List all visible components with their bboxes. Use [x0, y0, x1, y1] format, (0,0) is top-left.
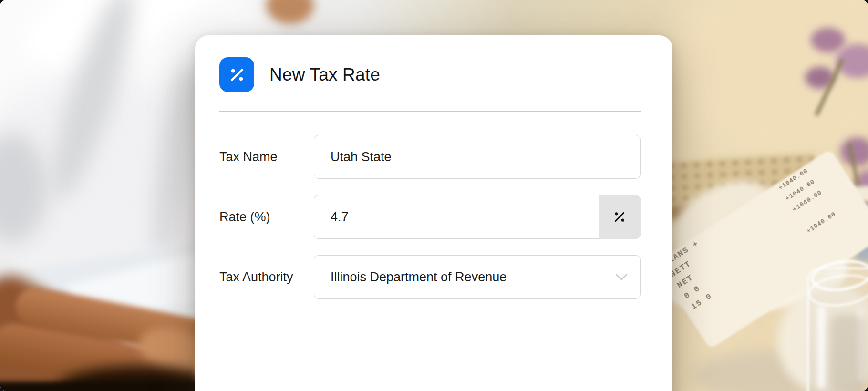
rate-label: Rate (%) [219, 210, 314, 225]
rate-field [314, 195, 641, 239]
tax-authority-row: Tax Authority Illinois Department of Rev… [219, 255, 641, 299]
percent-addon-button[interactable] [599, 195, 641, 239]
rate-row: Rate (%) [219, 195, 641, 239]
tax-name-label: Tax Name [219, 150, 314, 165]
bg-flower-cluster-a1 [811, 28, 845, 52]
tax-authority-value: Illinois Department of Revenue [314, 270, 506, 285]
new-tax-rate-modal: New Tax Rate Tax Name Rate (%) [195, 35, 672, 391]
bg-jar-highlight [817, 305, 825, 389]
bg-jar-inner-shade [831, 315, 864, 391]
percent-icon [611, 209, 628, 225]
tax-authority-select[interactable]: Illinois Department of Revenue [314, 255, 641, 299]
modal-header: New Tax Rate [195, 35, 672, 92]
tax-name-input[interactable] [314, 135, 640, 178]
chevron-down-icon[interactable] [615, 273, 628, 281]
bg-bottom-dark-strip [0, 381, 219, 391]
percent-icon-glyph [227, 65, 247, 85]
tax-rate-form: Tax Name Rate (%) [195, 112, 672, 299]
rate-input[interactable] [314, 196, 599, 238]
percent-icon [219, 57, 254, 92]
tax-name-field [314, 135, 641, 179]
tax-name-row: Tax Name [219, 135, 641, 179]
tax-authority-label: Tax Authority [219, 270, 314, 285]
receipt-amount-fragment [827, 200, 831, 207]
screenshot-stage: TRANS + +1040.00 NETT +1040.00 NET +1040… [0, 0, 868, 391]
modal-title: New Tax Rate [269, 65, 380, 85]
